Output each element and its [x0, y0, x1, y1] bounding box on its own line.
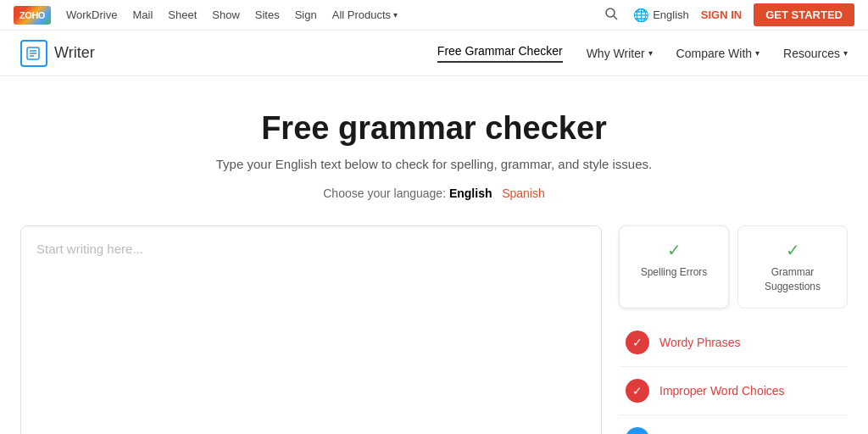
sign-in-button[interactable]: SIGN IN [701, 8, 742, 21]
top-nav: ZOHO WorkDrive Mail Sheet Show Sites Sig… [0, 0, 868, 31]
why-writer-chevron-icon: ▾ [648, 48, 653, 58]
improper-word-choices-icon: ✓ [626, 379, 649, 403]
grammar-suggestions-label: Grammar Suggestions [748, 265, 837, 294]
wordy-phrases-item[interactable]: ✓ Wordy Phrases [619, 319, 848, 367]
language-chooser: Choose your language: English Spanish [17, 186, 851, 200]
editor-placeholder: Start writing here... [36, 242, 143, 256]
improper-word-choices-item[interactable]: ✓ Improper Word Choices [619, 367, 848, 415]
top-nav-right: 🌐 English SIGN IN GET STARTED [602, 3, 854, 26]
svg-line-1 [614, 16, 617, 19]
content-area: Start writing here... ✓ Spelling Errors … [0, 225, 868, 434]
nav-why-writer[interactable]: Why Writer ▾ [587, 47, 653, 60]
spelling-errors-label: Spelling Errors [630, 265, 718, 280]
wordy-phrases-icon: ✓ [626, 331, 649, 354]
lang-english[interactable]: English [449, 186, 492, 200]
page-title: Free grammar checker [17, 110, 851, 147]
rephrasable-sentences-icon: ✓ [626, 427, 649, 434]
grammar-suggestions-card[interactable]: ✓ Grammar Suggestions [737, 225, 848, 309]
lang-spanish-link[interactable]: Spanish [502, 186, 545, 200]
globe-icon: 🌐 [633, 8, 649, 23]
rephrasable-sentences-item[interactable]: ✓ Rephrasable Sentences [619, 415, 848, 434]
search-icon [605, 8, 618, 20]
improper-word-choices-label: Improper Word Choices [659, 384, 785, 398]
hero-subtitle: Type your English text below to check fo… [17, 157, 851, 171]
spelling-check-icon: ✓ [630, 240, 718, 260]
nav-sign[interactable]: Sign [295, 8, 317, 21]
nav-sheet[interactable]: Sheet [168, 8, 197, 21]
zoho-logo[interactable]: ZOHO [14, 6, 51, 25]
writer-doc-icon [26, 47, 42, 60]
language-selector[interactable]: 🌐 English [633, 8, 689, 23]
main-nav: Writer Free Grammar Checker Why Writer ▾… [0, 31, 868, 76]
top-nav-links: WorkDrive Mail Sheet Show Sites Sign All… [66, 8, 602, 21]
nav-grammar-checker[interactable]: Free Grammar Checker [437, 44, 563, 63]
nav-compare-with[interactable]: Compare With ▾ [676, 47, 760, 60]
grammar-check-icon: ✓ [748, 240, 837, 260]
all-products-menu[interactable]: All Products ▾ [332, 8, 398, 21]
text-editor[interactable]: Start writing here... [20, 225, 602, 434]
search-button[interactable] [602, 4, 621, 26]
get-started-button[interactable]: GET STARTED [754, 3, 854, 26]
nav-resources[interactable]: Resources ▾ [783, 47, 848, 60]
svg-point-0 [606, 8, 615, 17]
check-cards: ✓ Spelling Errors ✓ Grammar Suggestions [619, 225, 848, 309]
compare-with-chevron-icon: ▾ [755, 48, 760, 58]
writer-logo-icon [20, 40, 47, 67]
resources-chevron-icon: ▾ [843, 48, 848, 58]
nav-show[interactable]: Show [212, 8, 240, 21]
nav-workdrive[interactable]: WorkDrive [66, 8, 117, 21]
nav-mail[interactable]: Mail [132, 8, 153, 21]
hero-section: Free grammar checker Type your English t… [0, 76, 868, 225]
feature-list: ✓ Wordy Phrases ✓ Improper Word Choices … [619, 319, 848, 434]
wordy-phrases-label: Wordy Phrases [659, 336, 740, 349]
main-nav-links: Free Grammar Checker Why Writer ▾ Compar… [437, 44, 848, 63]
zoho-logo-box: ZOHO [14, 6, 51, 25]
all-products-chevron-icon: ▾ [393, 10, 398, 19]
nav-sites[interactable]: Sites [255, 8, 280, 21]
writer-logo[interactable]: Writer [20, 40, 95, 67]
spelling-errors-card[interactable]: ✓ Spelling Errors [619, 225, 729, 309]
right-panel: ✓ Spelling Errors ✓ Grammar Suggestions … [619, 225, 848, 434]
